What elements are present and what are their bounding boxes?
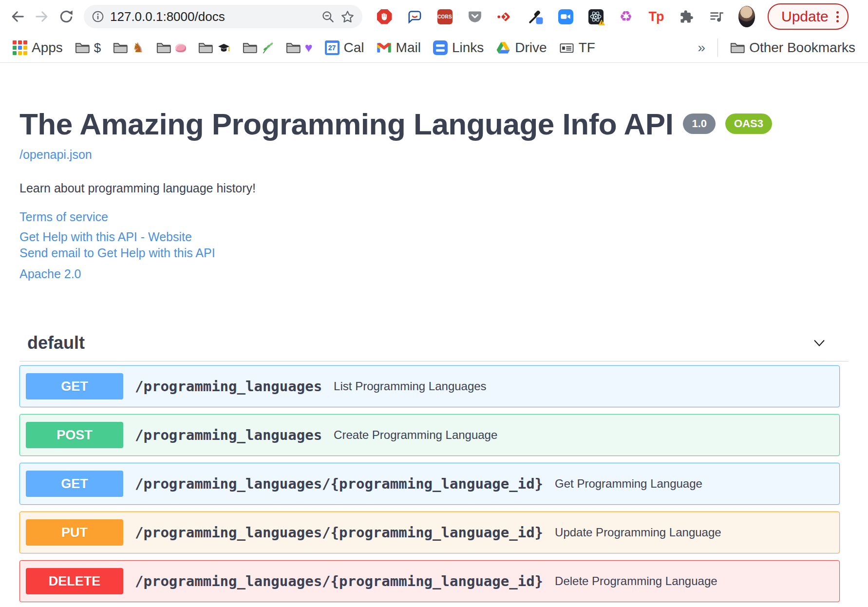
endpoint-row-put-3[interactable]: PUT /programming_languages/{programming_… (19, 512, 840, 553)
url-bar[interactable]: 127.0.0.1:8000/docs (84, 5, 362, 28)
purple-heart-icon: ♥ (305, 41, 313, 55)
bookmark-folder-heart[interactable]: ♥ (286, 41, 313, 55)
api-description: Learn about programming language history… (19, 181, 849, 195)
swagger-page: The Amazing Programming Language Info AP… (0, 63, 868, 607)
back-arrow-icon (9, 8, 26, 25)
folder-icon (730, 42, 745, 54)
chevron-down-icon[interactable] (813, 340, 825, 346)
get-help-website-link[interactable]: Get Help with this API - Website (19, 230, 849, 244)
oas3-badge: OAS3 (725, 114, 772, 134)
terms-of-service-link[interactable]: Terms of service (19, 210, 849, 224)
reload-icon (58, 9, 74, 24)
graduation-cap-icon (217, 42, 230, 54)
recycle-extension-icon[interactable]: ♻ (618, 8, 634, 25)
extensions-puzzle-icon[interactable] (678, 8, 695, 25)
zoom-out-icon[interactable] (321, 10, 335, 23)
browser-toolbar: 127.0.0.1:8000/docs CORS (0, 0, 868, 33)
tp-extension-icon[interactable]: Tp (648, 8, 664, 25)
endpoint-path: /programming_languages/{programming_lang… (135, 524, 543, 541)
eyedropper-extension-icon[interactable] (527, 8, 544, 25)
links-icon (433, 40, 448, 55)
endpoint-path: /programming_languages/{programming_lang… (135, 573, 543, 589)
gmail-icon (377, 42, 392, 54)
back-button[interactable] (7, 6, 28, 27)
bookmark-calendar[interactable]: 27 Cal (325, 40, 364, 56)
chat-bubble-extension-icon[interactable] (406, 8, 423, 25)
hand-glyph (379, 12, 389, 21)
zoom-extension-icon[interactable] (557, 8, 574, 25)
endpoint-row-get-2[interactable]: GET /programming_languages/{programming_… (19, 463, 840, 505)
endpoint-row-post-1[interactable]: POST /programming_languages Create Progr… (19, 414, 840, 456)
bookmarks-bar: Apps $ ♞ (0, 33, 868, 63)
apps-shortcut[interactable]: Apps (13, 40, 63, 56)
license-link[interactable]: Apache 2.0 (19, 267, 849, 281)
endpoint-path: /programming_languages (135, 378, 322, 395)
bookmark-folder-dollar[interactable]: $ (75, 41, 101, 54)
chrome-update-button[interactable]: Update (768, 3, 849, 30)
google-drive-icon (496, 41, 510, 55)
forward-arrow-icon (34, 8, 50, 25)
calendar-icon: 27 (325, 40, 340, 55)
video-camera-glyph (560, 11, 571, 22)
method-badge: PUT (26, 519, 123, 546)
openapi-json-link[interactable]: /openapi.json (19, 148, 92, 162)
media-queue-icon[interactable] (708, 8, 725, 25)
bookmark-folder-herb[interactable] (243, 42, 274, 54)
bookmark-folder-brain[interactable] (156, 42, 186, 54)
endpoint-row-get-0[interactable]: GET /programming_languages List Programm… (19, 365, 840, 407)
card-icon (559, 42, 574, 54)
endpoint-path: /programming_languages (135, 427, 322, 443)
bookmarks-overflow-chevron[interactable]: » (698, 40, 706, 56)
title-row: The Amazing Programming Language Info AP… (19, 107, 849, 142)
endpoint-summary: Update Programming Language (555, 526, 721, 539)
bookmarks-separator (717, 38, 718, 57)
extensions-row: CORS (376, 8, 755, 25)
version-badge: 1.0 (683, 114, 716, 134)
endpoint-path: /programming_languages/{programming_lang… (135, 475, 543, 492)
bookmark-tf[interactable]: TF (559, 40, 595, 56)
apps-grid-icon (13, 40, 27, 55)
method-badge: POST (26, 422, 123, 448)
endpoint-row-delete-4[interactable]: DELETE /programming_languages/{programmi… (19, 560, 840, 602)
bookmark-folder-graduation[interactable] (198, 42, 230, 54)
dollar-glyph: $ (94, 41, 101, 54)
endpoint-summary: Get Programming Language (555, 477, 702, 491)
profile-avatar[interactable] (738, 8, 755, 25)
method-badge: GET (26, 471, 123, 497)
herb-icon (262, 42, 274, 54)
reload-button[interactable] (56, 6, 77, 27)
endpoint-summary: Delete Programming Language (555, 574, 717, 588)
url-text[interactable]: 127.0.0.1:8000/docs (110, 9, 316, 24)
other-bookmarks[interactable]: Other Bookmarks (730, 40, 855, 56)
bookmark-star-icon[interactable] (340, 10, 355, 24)
section-divider (19, 361, 849, 361)
page-info-icon[interactable] (92, 10, 104, 23)
folder-icon (198, 42, 213, 54)
send-email-link[interactable]: Send email to Get Help with this API (19, 246, 849, 260)
forward-button[interactable] (31, 6, 53, 27)
pocket-extension-icon[interactable] (467, 8, 483, 25)
folder-icon (286, 42, 301, 54)
adblock-icon[interactable] (376, 8, 393, 25)
bookmark-drive[interactable]: Drive (496, 40, 547, 56)
page-title: The Amazing Programming Language Info AP… (19, 107, 673, 142)
section-title: default (27, 333, 85, 353)
chrome-menu-icon[interactable] (836, 11, 839, 22)
cors-extension-icon[interactable]: CORS (436, 8, 453, 25)
folder-icon (243, 42, 257, 54)
folder-icon (75, 42, 90, 54)
endpoint-summary: Create Programming Language (334, 428, 497, 442)
react-devtools-extension-icon[interactable]: ! (587, 8, 604, 25)
bookmark-links[interactable]: Links (433, 40, 484, 56)
folder-icon (113, 42, 128, 54)
carousel-horse-icon: ♞ (132, 41, 144, 55)
brain-icon (175, 44, 186, 52)
default-section-header[interactable]: default (19, 333, 849, 353)
endpoint-list: GET /programming_languages List Programm… (19, 365, 849, 602)
bookmark-folder-carousel[interactable]: ♞ (113, 41, 144, 55)
bookmark-gmail[interactable]: Mail (377, 40, 421, 56)
endpoint-summary: List Programming Languages (334, 379, 487, 393)
folder-icon (156, 42, 171, 54)
method-badge: GET (26, 373, 123, 399)
code-diamond-extension-icon[interactable] (497, 8, 513, 25)
